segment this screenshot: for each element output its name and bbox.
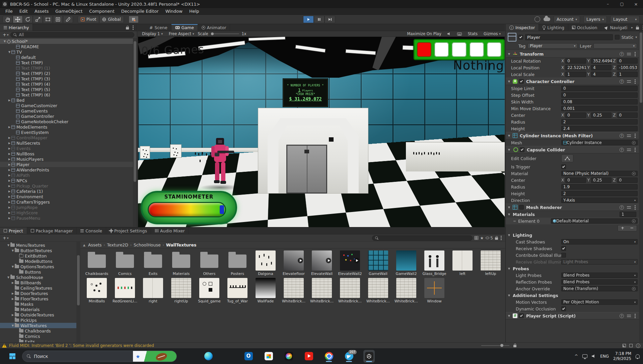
object-field[interactable]: Default-Material xyxy=(551,218,638,224)
component-header[interactable]: ▼Cylinder Instance (Mesh Filter)? xyxy=(506,132,639,139)
transform-tool[interactable] xyxy=(53,16,63,23)
dropdown-field[interactable]: On▾ xyxy=(561,239,638,244)
expand-arrow[interactable]: ▼ xyxy=(11,265,15,268)
custom-tool[interactable] xyxy=(63,16,73,23)
panel-menu-icon[interactable] xyxy=(133,27,134,28)
asset-tile[interactable]: WhiteBrick... xyxy=(393,278,419,303)
project-tree-scrollbar[interactable] xyxy=(76,242,80,343)
menu-item-decompile-editor[interactable]: Decompile Editor xyxy=(118,8,162,15)
object-picker-icon[interactable] xyxy=(632,287,636,291)
hierarchy-item[interactable]: Text (TMP) (6) xyxy=(0,92,137,97)
component-enabled-checkbox[interactable] xyxy=(519,313,524,318)
menu-item-component[interactable]: Component xyxy=(86,8,118,15)
object-picker-icon[interactable] xyxy=(632,172,636,175)
tab-scene[interactable]: #Scene xyxy=(146,24,171,31)
component-header[interactable]: ▼Character Controller? xyxy=(506,78,639,85)
notifications-icon[interactable] xyxy=(636,354,640,358)
clock[interactable]: 7:18 PM 2/9/2025 xyxy=(613,351,631,361)
vector-field-y[interactable]: 0.25 xyxy=(591,113,612,118)
expand-arrow[interactable]: ▶ xyxy=(7,206,11,209)
dropdown-field[interactable]: Blend Probes▾ xyxy=(561,279,638,285)
gameobject-name-field[interactable]: Player xyxy=(525,34,613,40)
hierarchy-item[interactable]: ▶Bed xyxy=(0,97,137,103)
vector-field-z[interactable]: 1 xyxy=(617,72,638,77)
menu-item-help[interactable]: Help xyxy=(186,8,203,15)
object-field[interactable]: None (Transform) xyxy=(561,286,638,291)
component-enabled-checkbox[interactable] xyxy=(519,205,524,210)
hierarchy-item[interactable]: ▶NPCs xyxy=(0,178,137,183)
language-indicator[interactable]: ENG xyxy=(600,354,609,359)
component-menu-icon[interactable] xyxy=(635,149,636,150)
component-header[interactable]: ▼Mesh Renderer? xyxy=(506,204,639,211)
vector-field-x[interactable]: 0 xyxy=(565,58,586,64)
object-field[interactable]: None (Physic Material) xyxy=(561,171,638,176)
expand-arrow[interactable]: ▼ xyxy=(6,244,10,247)
taskbar-search-input[interactable]: Поиск ★ xyxy=(22,351,177,362)
asset-tile[interactable]: rightUp xyxy=(168,278,194,303)
help-icon[interactable]: ? xyxy=(620,314,624,318)
expand-arrow[interactable]: ▶ xyxy=(7,190,11,193)
materials-foldout[interactable]: ▼Materials1 xyxy=(506,211,639,218)
hidden-packages-count[interactable]: 5 xyxy=(486,236,493,240)
foldout-arrow[interactable]: ▼ xyxy=(507,148,511,151)
expand-arrow[interactable]: ▶ xyxy=(7,126,11,129)
gizmos-dropdown[interactable]: Gizmos▾ xyxy=(481,31,503,37)
expand-arrow[interactable]: ▶ xyxy=(11,292,15,295)
asset-tile[interactable]: Dalgona xyxy=(253,250,279,276)
object-picker-icon[interactable] xyxy=(632,141,636,145)
hierarchy-item[interactable]: ▶NullBoss xyxy=(0,151,137,156)
tab-inspector[interactable]: Inspector xyxy=(506,24,539,31)
global-toggle[interactable]: Global xyxy=(99,16,124,23)
display-dropdown[interactable]: Display 1▾ xyxy=(140,31,165,37)
hierarchy-item[interactable]: ▶Environment xyxy=(0,194,137,199)
hierarchy-item[interactable]: Text (TMP) (2) xyxy=(0,71,137,76)
vector-field-z[interactable]: 0 xyxy=(617,58,638,64)
account-dropdown[interactable]: Account▾ xyxy=(554,16,580,23)
foldout-arrow[interactable]: ▼ xyxy=(507,206,511,209)
value-field[interactable]: 0.001 xyxy=(561,106,638,111)
lock-icon[interactable] xyxy=(495,237,498,240)
presets-icon[interactable] xyxy=(627,314,631,317)
add-element-button[interactable]: + xyxy=(618,225,627,231)
expand-arrow[interactable]: ▶ xyxy=(7,147,11,150)
project-folder-item[interactable]: ▶FloorTextures xyxy=(0,296,80,301)
tab-game[interactable]: Game xyxy=(171,24,198,31)
cloud-services-icon[interactable] xyxy=(544,17,550,21)
asset-tile[interactable]: left xyxy=(449,250,476,276)
tag-dropdown[interactable]: Player▾ xyxy=(527,43,578,49)
expand-arrow[interactable]: ▶ xyxy=(7,99,11,102)
tab-lighting[interactable]: Lighting xyxy=(539,24,568,31)
project-folder-item[interactable]: ▼WallTextures xyxy=(0,323,80,328)
asset-tile[interactable]: Materials xyxy=(168,250,194,276)
property-checkbox[interactable] xyxy=(561,246,566,251)
help-icon[interactable]: ? xyxy=(620,134,624,138)
favorites-icon[interactable]: ★ xyxy=(480,236,484,240)
expand-arrow[interactable]: ▶ xyxy=(11,297,15,300)
hierarchy-item[interactable]: Text (TMP) (5) xyxy=(0,87,137,92)
vector-field-x[interactable]: 0 xyxy=(565,177,586,183)
expand-arrow[interactable]: ▶ xyxy=(7,211,11,214)
expand-arrow[interactable]: ▶ xyxy=(7,168,11,171)
asset-tile[interactable]: Glass_Bridge xyxy=(421,250,447,276)
property-checkbox[interactable] xyxy=(561,306,566,311)
mute-audio-toggle[interactable] xyxy=(445,31,453,37)
component-header[interactable]: ▼Transform? xyxy=(506,50,639,58)
taskbar-app-chrome[interactable] xyxy=(323,350,335,363)
hierarchy-item[interactable]: ▶PauseMenu xyxy=(0,215,137,221)
vector-field-y[interactable]: 4 xyxy=(591,65,612,70)
material-element-row[interactable]: =Element 0Default-Material xyxy=(506,218,639,224)
aspect-dropdown[interactable]: Free Aspect▾ xyxy=(166,31,197,37)
project-folder-item[interactable]: ▼SchoolHouse xyxy=(0,275,80,280)
close-button[interactable]: × xyxy=(629,0,643,8)
hierarchy-item[interactable]: ▶AIWanderPoints xyxy=(0,167,137,172)
play-button[interactable] xyxy=(303,16,314,23)
asset-tile[interactable]: WhiteBrick... xyxy=(281,278,307,303)
menu-item-file[interactable]: File xyxy=(2,8,16,15)
plastic-scm-icon[interactable] xyxy=(534,16,540,22)
collapse-icon[interactable]: ▲ xyxy=(83,243,85,247)
expand-arrow[interactable]: ▶ xyxy=(7,158,11,161)
asset-tile[interactable]: Squid_game xyxy=(196,278,222,303)
breadcrumb-item[interactable]: WallTextures xyxy=(166,242,197,247)
tab-animator[interactable]: Animator xyxy=(198,24,230,31)
maximize-button[interactable]: ▢ xyxy=(615,0,629,8)
